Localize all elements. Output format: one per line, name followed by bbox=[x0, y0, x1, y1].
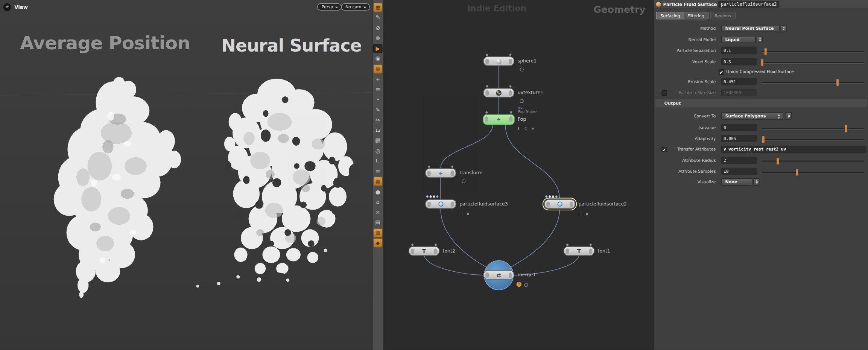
paint-tool-icon[interactable]: ▧ bbox=[373, 64, 383, 73]
brush-tool-icon[interactable]: ▨ bbox=[373, 135, 383, 145]
spinner-icon[interactable] bbox=[781, 25, 787, 32]
spinner-icon[interactable] bbox=[757, 36, 763, 43]
erosion-scale-slider[interactable] bbox=[762, 82, 864, 84]
move-tool-icon[interactable]: + bbox=[373, 74, 383, 84]
row-particle-separation: Particle Separation 0.1 bbox=[654, 46, 868, 57]
node-particlefluidsurface3[interactable]: particlefluidsurface3 ○ ▪ bbox=[425, 199, 456, 209]
tab-surfacing[interactable]: Surfacing bbox=[656, 12, 684, 20]
neural-model-dropdown[interactable]: Liquid bbox=[721, 36, 756, 43]
attribute-radius-field[interactable]: 2 bbox=[721, 157, 757, 164]
display-flag[interactable] bbox=[462, 180, 465, 183]
voxel-scale-slider[interactable] bbox=[762, 62, 864, 64]
cross-circle-icon[interactable]: ⊗ bbox=[373, 33, 383, 43]
slider-handle[interactable] bbox=[761, 59, 763, 66]
particle-separation-slider[interactable] bbox=[762, 51, 864, 52]
network-editor[interactable]: Indie Edition Geometry sphere1 bbox=[384, 0, 653, 350]
node-font1[interactable]: T font1 bbox=[564, 247, 594, 256]
node-pop-solver[interactable]: ✦ uv Pop Solver Pop ♟ ○ ▪ bbox=[483, 114, 515, 125]
merge-node-icon: ⇄ bbox=[496, 272, 501, 278]
node-merge1[interactable]: ⇄ merge1 ! bbox=[483, 270, 514, 280]
output-section-header[interactable]: Output bbox=[655, 99, 867, 107]
voxel-scale-field[interactable]: 0.3 bbox=[721, 58, 757, 65]
parameters-panel: Particle Fluid Surface particlefluidsurf… bbox=[653, 0, 868, 350]
view-menu-icon[interactable]: ✳ bbox=[3, 3, 11, 11]
slash-circle-icon[interactable]: ⊘ bbox=[373, 23, 383, 32]
input-ports bbox=[545, 195, 557, 198]
row-visualize: Visualize None bbox=[654, 177, 868, 188]
node-transform[interactable]: + transform bbox=[425, 168, 456, 178]
node-badges: ○ ▪ bbox=[459, 212, 471, 215]
node-label: sphere1 bbox=[518, 58, 537, 64]
transform-node-icon: + bbox=[438, 170, 443, 176]
camera-tool-icon[interactable]: ⌂ bbox=[373, 197, 383, 207]
adaptivity-field[interactable]: 0.005 bbox=[721, 135, 757, 142]
node-particlefluidsurface2[interactable]: particlefluidsurface2 ○ ▪ bbox=[544, 199, 575, 209]
display-flag[interactable] bbox=[520, 67, 524, 71]
knife-tool-icon[interactable]: ✂ bbox=[373, 115, 383, 125]
convert-to-dropdown[interactable]: Surface Polygons bbox=[721, 113, 783, 120]
ruler-tool-icon[interactable]: ∟ bbox=[373, 156, 383, 166]
attribute-samples-slider[interactable] bbox=[762, 172, 864, 173]
isovalue-slider[interactable] bbox=[762, 128, 864, 129]
average-position-surface bbox=[54, 77, 181, 298]
isovalue-field[interactable]: 0 bbox=[721, 124, 757, 131]
erosion-scale-field[interactable]: 0.451 bbox=[721, 78, 757, 85]
spinner-icon[interactable] bbox=[786, 113, 792, 120]
visualize-dropdown[interactable]: None bbox=[721, 178, 752, 186]
row-attribute-samples: Attribute Samples 10 bbox=[654, 167, 868, 178]
rake-tool-icon[interactable]: ≡ bbox=[373, 166, 383, 176]
tab-regions[interactable]: Regions bbox=[710, 12, 736, 20]
row-erosion-scale: Erosion Scale 0.451 bbox=[654, 77, 868, 88]
droplet-tool-icon[interactable]: ◉ bbox=[373, 54, 383, 63]
node-wires bbox=[384, 0, 653, 350]
sphere-tool-icon[interactable]: ● bbox=[373, 187, 383, 196]
pen-icon[interactable]: ✎ bbox=[373, 13, 383, 22]
node-label: font1 bbox=[598, 248, 610, 254]
particle-separation-field[interactable]: 0.1 bbox=[721, 47, 757, 54]
slider-handle[interactable] bbox=[845, 125, 847, 132]
pencil-tool-icon[interactable]: ✎ bbox=[373, 105, 383, 114]
row-transfer-attributes: ✔ Transfer Attributes v vorticity rest r… bbox=[654, 145, 868, 155]
persp-dropdown[interactable]: Persp bbox=[317, 3, 341, 11]
list-tool-icon[interactable]: ▤ bbox=[373, 218, 383, 227]
row-neural-model: Neural Model Liquid bbox=[654, 35, 868, 46]
texture-tool-icon[interactable]: ▩ bbox=[373, 177, 383, 186]
input-ports bbox=[426, 195, 438, 198]
camera-dropdown[interactable]: No cam bbox=[341, 3, 369, 11]
attribute-samples-field[interactable]: 10 bbox=[721, 168, 757, 175]
adaptivity-slider[interactable] bbox=[762, 139, 864, 140]
node-uvtexture1[interactable]: uvtexture1 bbox=[483, 88, 514, 97]
fluidsurface-node-icon bbox=[438, 202, 443, 207]
node-name-field[interactable]: particlefluidsurface2 bbox=[718, 1, 780, 8]
scene-viewport[interactable]: ✳ View Persp No cam Average Position Neu… bbox=[0, 0, 372, 350]
union-compressed-checkbox[interactable]: ✔ bbox=[719, 69, 724, 75]
node-label: font2 bbox=[443, 248, 455, 254]
tab-filtering[interactable]: Filtering bbox=[683, 12, 709, 20]
node-label: particlefluidsurface3 bbox=[459, 201, 508, 207]
uv-grid-icon[interactable]: ▥ bbox=[373, 228, 383, 237]
spinner-icon[interactable] bbox=[753, 178, 759, 186]
slider-handle[interactable] bbox=[796, 169, 798, 176]
slider-handle[interactable] bbox=[762, 136, 765, 143]
font-node-icon: T bbox=[577, 248, 581, 254]
display-flag[interactable] bbox=[520, 99, 524, 103]
cut-tool-icon[interactable]: × bbox=[373, 207, 383, 217]
slider-handle[interactable] bbox=[777, 158, 779, 164]
attribute-radius-slider[interactable] bbox=[762, 161, 864, 162]
node-font2[interactable]: T font2 bbox=[409, 247, 439, 256]
row-convert-to: Convert To Surface Polygons bbox=[654, 111, 868, 122]
transfer-attributes-field[interactable]: v vorticity rest rest2 uv bbox=[721, 146, 866, 153]
slider-handle[interactable] bbox=[836, 79, 839, 86]
method-dropdown[interactable]: Neural Point Surface bbox=[721, 25, 779, 32]
pin-tool-icon[interactable]: ◆ bbox=[373, 238, 383, 248]
slider-handle[interactable] bbox=[764, 48, 766, 55]
node-sphere1[interactable]: sphere1 bbox=[483, 56, 514, 66]
row-method: Method Neural Point Surface bbox=[654, 24, 868, 35]
snap-grid-icon[interactable]: ▦ bbox=[373, 3, 383, 12]
display-flag[interactable] bbox=[524, 283, 528, 287]
comb-tool-icon[interactable]: ≡ bbox=[373, 84, 383, 94]
active-tool-icon[interactable]: ▶ bbox=[373, 43, 383, 53]
node-type-title: Particle Fluid Surface bbox=[663, 2, 717, 7]
sculpt-tool-icon[interactable]: ◎ bbox=[373, 146, 383, 155]
divider-dot-icon: • bbox=[373, 95, 383, 104]
